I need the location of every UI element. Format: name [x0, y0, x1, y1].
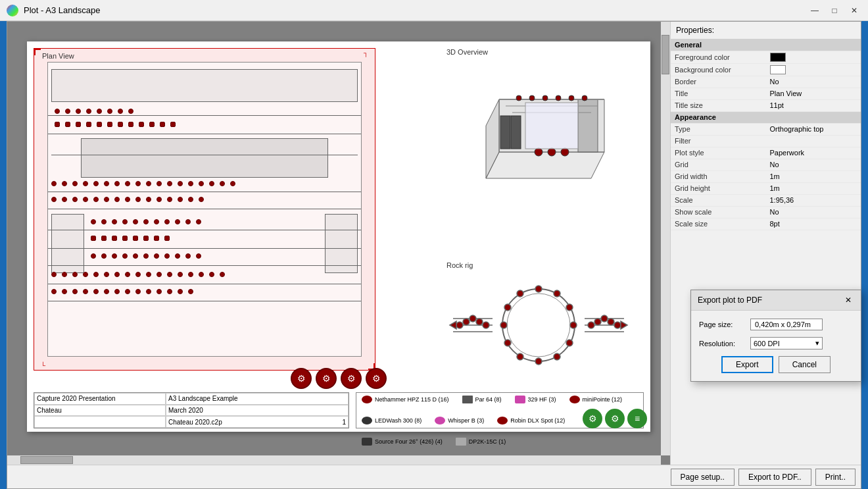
- svg-point-32: [570, 322, 577, 328]
- toolbar-icon-3[interactable]: ⚙: [341, 368, 362, 389]
- legend-icon-8: [362, 438, 372, 446]
- svg-point-39: [504, 304, 511, 311]
- prop-title-label: Title: [671, 88, 766, 99]
- page-size-row: Page size: 0,420m x 0,297m: [699, 319, 853, 330]
- canvas-area: Plan View: [7, 22, 670, 465]
- plot-paper: Plan View: [27, 41, 650, 432]
- prop-foreground-row: Foreground color: [671, 51, 861, 63]
- svg-point-25: [476, 319, 483, 325]
- section-appearance: Appearance: [671, 111, 861, 123]
- info-filename: Chateau 2020.c2p: [168, 419, 222, 426]
- prop-border-row: Border No: [671, 76, 861, 88]
- prop-title-value: Plan View: [766, 88, 861, 99]
- svg-point-44: [588, 322, 594, 328]
- svg-marker-50: [621, 321, 627, 329]
- svg-point-48: [614, 322, 621, 328]
- svg-point-31: [566, 304, 573, 311]
- legend-text-4: miniPointe (12): [583, 396, 623, 403]
- dialog-close-button[interactable]: ✕: [842, 294, 854, 306]
- print-button[interactable]: Print..: [815, 469, 856, 486]
- legend-text-7: Robin DLX Spot (12): [510, 417, 565, 424]
- maximize-button[interactable]: □: [826, 3, 843, 18]
- legend-item-6: Whisper B (3): [435, 417, 484, 425]
- svg-point-29: [535, 286, 542, 292]
- prop-filter-value: [766, 135, 861, 147]
- page-size-value: 0,420m x 0,297m: [750, 319, 823, 330]
- svg-point-27: [502, 289, 575, 361]
- legend-text-9: DP2K-15C (1): [469, 438, 506, 445]
- toolbar-icons: ⚙ ⚙ ⚙ ⚙: [291, 368, 387, 389]
- legend-icon-5: [362, 417, 372, 425]
- svg-point-28: [507, 294, 570, 357]
- h-scrollbar-thumb[interactable]: [20, 456, 73, 464]
- legend-icon-2: [462, 396, 473, 403]
- minimize-button[interactable]: —: [806, 3, 823, 18]
- panel-scrollable[interactable]: General Foreground color Background colo…: [671, 39, 861, 465]
- info-cell-1-2: Chateau: [34, 405, 166, 417]
- info-cell-2-1: A3 Landscape Example: [166, 393, 349, 405]
- dialog-actions: Export Cancel: [699, 356, 853, 373]
- svg-rect-17: [511, 116, 521, 149]
- svg-point-22: [456, 322, 463, 328]
- resolution-select[interactable]: 600 DPI ▾: [750, 337, 823, 349]
- toolbar-icon-4[interactable]: ⚙: [366, 368, 387, 389]
- legend-text-1: Nethammer HPZ 115 D (16): [375, 396, 449, 403]
- title-bar: Plot - A3 Landscape — □ ✕: [0, 0, 868, 21]
- prop-scalesize-value: 8pt: [766, 218, 861, 230]
- svg-point-11: [569, 95, 574, 101]
- bottom-icon-2[interactable]: ⚙: [605, 409, 625, 428]
- prop-title-row: Title Plan View: [671, 88, 861, 99]
- bottom-icon-3[interactable]: ≡: [627, 409, 647, 428]
- prop-foreground-label: Foreground color: [671, 51, 766, 63]
- vertical-scrollbar[interactable]: [661, 22, 670, 455]
- export-pdf-button[interactable]: Export to PDF..: [738, 469, 811, 486]
- prop-plotstyle-label: Plot style: [671, 147, 766, 159]
- svg-rect-3: [578, 99, 598, 152]
- bottom-bar: Page setup.. Export to PDF.. Print..: [7, 465, 861, 488]
- prop-scalesize-label: Scale size: [671, 218, 766, 230]
- svg-point-36: [517, 353, 523, 360]
- bottom-icon-1[interactable]: ⚙: [583, 409, 602, 428]
- svg-point-47: [608, 319, 614, 325]
- scrollbar-thumb[interactable]: [662, 35, 669, 74]
- info-page: 1: [342, 419, 346, 426]
- legend-text-6: Whisper B (3): [448, 417, 484, 424]
- close-button[interactable]: ✕: [846, 3, 863, 18]
- section-general: General: [671, 39, 861, 51]
- svg-point-46: [601, 315, 608, 322]
- legend-text-5: LEDWash 300 (8): [375, 417, 422, 424]
- page-setup-button[interactable]: Page setup..: [671, 469, 735, 486]
- prop-background-label: Background color: [671, 63, 766, 76]
- horizontal-scrollbar[interactable]: [7, 455, 661, 465]
- legend-item-9: DP2K-15C (1): [456, 438, 506, 446]
- prop-scale-label: Scale: [671, 194, 766, 206]
- rock-rig-section: Rock rig: [446, 261, 644, 392]
- legend-item-1: Nethammer HPZ 115 D (16): [362, 396, 449, 403]
- toolbar-icon-1[interactable]: ⚙: [291, 368, 312, 389]
- plan-view-section: Plan View: [34, 48, 375, 371]
- prop-scale-row: Scale 1:95,36: [671, 194, 861, 206]
- info-bar: Capture 2020 Presentation A3 Landscape E…: [34, 392, 349, 428]
- prop-gridwidth-label: Grid width: [671, 170, 766, 182]
- legend-item-3: 329 HF (3): [515, 396, 556, 403]
- app-window: Plan View: [7, 21, 861, 489]
- rock-rig-label: Rock rig: [446, 261, 473, 269]
- prop-showscale-label: Show scale: [671, 206, 766, 218]
- legend-text-3: 329 HF (3): [528, 396, 556, 403]
- prop-grid-value: No: [766, 159, 861, 170]
- cancel-button[interactable]: Cancel: [779, 356, 831, 373]
- legend-item-7: Robin DLX Spot (12): [497, 417, 565, 425]
- prop-plotstyle-value: Paperwork: [766, 147, 861, 159]
- svg-point-45: [594, 319, 601, 325]
- general-header: General: [671, 39, 861, 51]
- legend-icon-6: [435, 417, 445, 425]
- prop-gridheight-value: 1m: [766, 182, 861, 194]
- svg-marker-0: [486, 152, 604, 178]
- legend-icon-3: [515, 396, 525, 403]
- export-button[interactable]: Export: [721, 356, 773, 373]
- prop-scalesize-row: Scale size 8pt: [671, 218, 861, 230]
- toolbar-icon-2[interactable]: ⚙: [316, 368, 337, 389]
- window-controls: — □ ✕: [806, 0, 863, 21]
- svg-point-23: [463, 319, 470, 325]
- svg-point-10: [556, 95, 561, 101]
